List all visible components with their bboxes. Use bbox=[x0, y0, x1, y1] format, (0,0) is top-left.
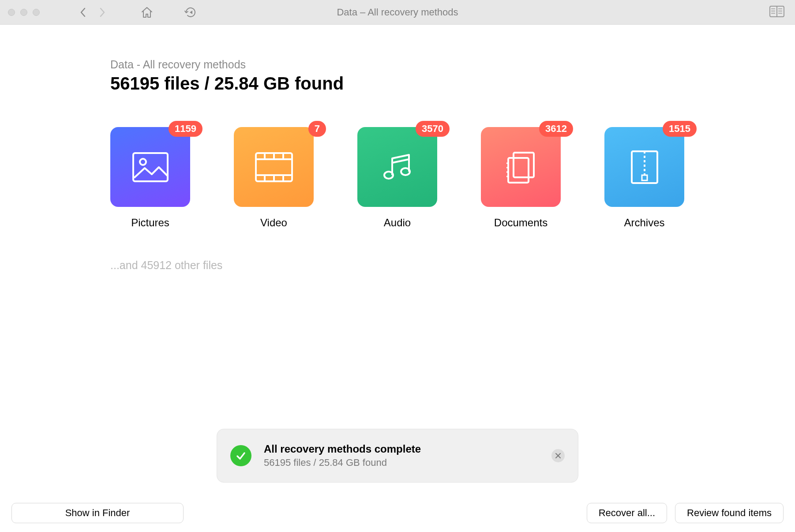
category-audio[interactable]: 3570 Audio bbox=[357, 127, 437, 229]
window-title: Data – All recovery methods bbox=[337, 7, 458, 18]
completion-toast: All recovery methods complete 56195 file… bbox=[217, 429, 578, 483]
review-found-items-button[interactable]: Review found items bbox=[675, 503, 784, 523]
video-icon bbox=[234, 127, 314, 207]
history-button[interactable] bbox=[184, 6, 198, 19]
category-label: Audio bbox=[357, 217, 437, 229]
category-label: Archives bbox=[604, 217, 684, 229]
badge-count: 1515 bbox=[663, 121, 697, 137]
window-controls bbox=[8, 9, 40, 16]
category-cards: 1159 Pictures 7 Video 3570 Audio 3612 bbox=[110, 127, 685, 229]
panel-toggle-button[interactable] bbox=[769, 11, 784, 19]
category-video[interactable]: 7 Video bbox=[234, 127, 314, 229]
minimize-window-button[interactable] bbox=[20, 9, 27, 16]
toast-subtitle: 56195 files / 25.84 GB found bbox=[264, 457, 421, 468]
back-button[interactable] bbox=[79, 7, 86, 18]
category-pictures[interactable]: 1159 Pictures bbox=[110, 127, 190, 229]
svg-rect-9 bbox=[133, 153, 168, 181]
archives-icon bbox=[604, 127, 684, 207]
recover-all-button[interactable]: Recover all... bbox=[587, 503, 667, 523]
home-button[interactable] bbox=[140, 6, 154, 19]
breadcrumb: Data - All recovery methods bbox=[110, 58, 685, 71]
badge-count: 3612 bbox=[539, 121, 573, 137]
documents-icon bbox=[481, 127, 561, 207]
badge-count: 7 bbox=[308, 121, 326, 137]
badge-count: 3570 bbox=[416, 121, 450, 137]
close-window-button[interactable] bbox=[8, 9, 15, 16]
zoom-window-button[interactable] bbox=[33, 9, 40, 16]
category-label: Video bbox=[234, 217, 314, 229]
category-label: Pictures bbox=[110, 217, 190, 229]
scan-summary: 56195 files / 25.84 GB found bbox=[110, 74, 685, 94]
footer: Show in Finder Recover all... Review fou… bbox=[0, 503, 795, 523]
svg-rect-31 bbox=[642, 175, 647, 180]
main-content: Data - All recovery methods 56195 files … bbox=[0, 25, 795, 272]
toast-title: All recovery methods complete bbox=[264, 443, 421, 455]
audio-icon bbox=[357, 127, 437, 207]
category-documents[interactable]: 3612 Documents bbox=[481, 127, 561, 229]
show-in-finder-button[interactable]: Show in Finder bbox=[11, 503, 184, 523]
badge-count: 1159 bbox=[169, 121, 202, 137]
svg-point-10 bbox=[140, 159, 146, 165]
svg-line-22 bbox=[392, 159, 409, 163]
forward-button[interactable] bbox=[99, 7, 106, 18]
toast-close-button[interactable] bbox=[551, 449, 565, 462]
titlebar: Data – All recovery methods bbox=[0, 0, 795, 25]
svg-rect-24 bbox=[508, 158, 529, 183]
category-archives[interactable]: 1515 Archives bbox=[604, 127, 684, 229]
other-files-text: ...and 45912 other files bbox=[110, 259, 685, 272]
svg-rect-23 bbox=[514, 153, 534, 177]
pictures-icon bbox=[110, 127, 190, 207]
svg-marker-0 bbox=[190, 11, 192, 14]
category-label: Documents bbox=[481, 217, 561, 229]
checkmark-icon bbox=[230, 445, 251, 466]
